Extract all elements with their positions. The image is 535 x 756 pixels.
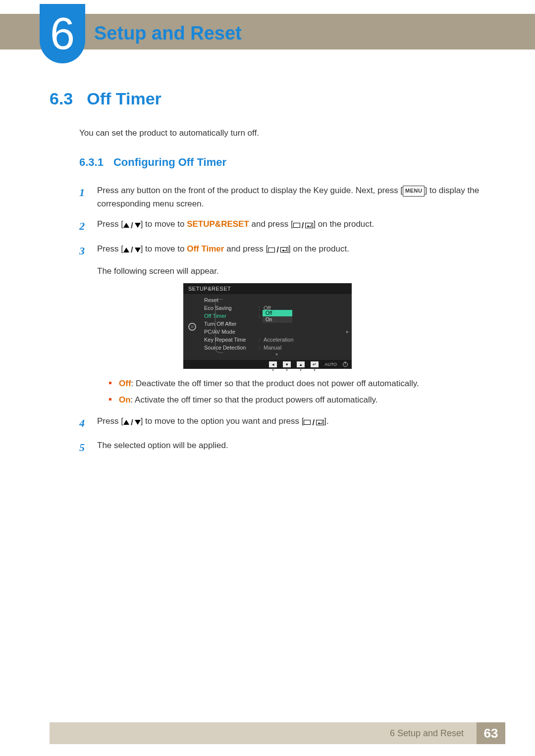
source-enter-icon: / xyxy=(293,219,314,232)
bullet-item: Off: Deactivate the off timer so that th… xyxy=(109,377,485,390)
rect-icon xyxy=(304,420,311,425)
osd-dropdown: Off On xyxy=(263,310,292,323)
step-body: The selected option will be applied. xyxy=(97,439,485,456)
text: Press any button on the front of the pro… xyxy=(97,186,403,195)
osd-footer: ◂ ▾ ▴ ↵ AUTO xyxy=(183,360,352,369)
step-body: Press [/] to move to the option you want… xyxy=(97,414,485,432)
triangle-up-icon xyxy=(123,223,129,228)
section-intro: You can set the product to automatically… xyxy=(79,128,485,138)
gear-icon xyxy=(188,323,196,331)
text: ] to move to xyxy=(141,244,187,253)
step-body: Press [/] to move to Off Timer and press… xyxy=(97,242,485,259)
text: and press [ xyxy=(249,219,293,229)
osd-item-value: Manual xyxy=(264,345,347,351)
rect-icon xyxy=(293,223,300,228)
bullet-text: : Deactivate the off timer so that the p… xyxy=(131,379,419,388)
chevron-right-icon: ▸ xyxy=(346,329,349,334)
step-number: 3 xyxy=(79,242,88,259)
subsection-number: 6.3.1 xyxy=(79,156,104,169)
triangle-up-icon xyxy=(123,248,129,252)
step-number: 5 xyxy=(79,439,88,456)
text: ]. xyxy=(324,416,328,426)
triangle-down-icon xyxy=(135,223,141,228)
chevron-down-icon: ▾ xyxy=(201,352,352,358)
osd-item-label: Eco Saving xyxy=(204,305,259,311)
source-enter-icon: / xyxy=(268,243,288,256)
bullet-label: Off xyxy=(119,379,131,388)
osd-dropdown-option: On xyxy=(263,316,292,323)
step-number: 1 xyxy=(79,184,88,210)
triangle-down-icon xyxy=(135,248,141,252)
highlight: Off Timer xyxy=(187,244,224,253)
step-body: Press any button on the front of the pro… xyxy=(97,184,485,210)
text: Press [ xyxy=(97,219,123,229)
chapter-number-tab: 6 xyxy=(40,4,85,63)
menu-button-icon: MENU xyxy=(403,186,425,197)
section-title: Off Timer xyxy=(87,89,161,108)
osd-item-label: Reset xyxy=(204,297,259,303)
bullet-item: On: Activate the off timer so that the p… xyxy=(109,393,485,406)
bracket-decor xyxy=(215,299,223,353)
source-enter-icon: / xyxy=(304,416,324,429)
osd-nav-down-icon: ▾ xyxy=(283,361,291,367)
osd-item-label: Source Detection xyxy=(204,345,259,351)
osd-item-label: PC/AV Mode xyxy=(204,329,259,335)
triangle-down-icon xyxy=(135,420,141,425)
osd-screenshot: SETUP&RESET Reset Eco Saving:Off Off Tim… xyxy=(183,283,352,369)
page-footer: 6 Setup and Reset 63 xyxy=(50,722,505,744)
osd-nav-back-icon: ◂ xyxy=(269,361,277,367)
step-number: 2 xyxy=(79,217,88,235)
up-down-icon: / xyxy=(123,243,141,256)
rect-icon xyxy=(268,248,275,252)
step-body: Press [/] to move to SETUP&RESET and pre… xyxy=(97,217,485,235)
footer-page-number: 63 xyxy=(477,722,505,744)
text: Press [ xyxy=(97,244,123,253)
subsection-title: Configuring Off Timer xyxy=(113,156,226,169)
osd-dropdown-option-selected: Off xyxy=(263,310,292,316)
text: ] to move to the option you want and pre… xyxy=(141,416,304,426)
text: and press [ xyxy=(224,244,268,253)
bullet-text: : Activate the off timer so that the pro… xyxy=(131,395,378,404)
text: ] on the product. xyxy=(288,244,349,253)
text: ] to move to xyxy=(141,219,187,229)
section-number: 6.3 xyxy=(50,89,73,108)
page-content: 6.3 Off Timer You can set the product to… xyxy=(50,89,485,463)
chapter-title: Setup and Reset xyxy=(94,23,242,44)
osd-menu-list: Reset Eco Saving:Off Off Timer: Turn Off… xyxy=(201,294,352,360)
step-number: 4 xyxy=(79,414,88,432)
bullet-label: On xyxy=(119,395,131,404)
osd-item-label: Turn Off After xyxy=(204,321,259,327)
power-icon xyxy=(343,362,348,367)
osd-title: SETUP&RESET xyxy=(183,283,352,294)
text: ] on the product. xyxy=(313,219,374,229)
footer-chapter-text: 6 Setup and Reset xyxy=(390,728,470,739)
osd-nav-enter-icon: ↵ xyxy=(311,361,319,367)
enter-icon xyxy=(316,420,324,425)
osd-nav-up-icon: ▴ xyxy=(297,361,305,367)
up-down-icon: / xyxy=(123,416,141,429)
osd-auto-label: AUTO xyxy=(324,362,337,367)
text: Press [ xyxy=(97,416,123,426)
enter-icon xyxy=(305,223,313,228)
triangle-up-icon xyxy=(123,420,129,425)
osd-item-value: Acceleration xyxy=(264,337,347,343)
step-note: The following screen will appear. xyxy=(97,266,485,276)
osd-item-label-active: Off Timer xyxy=(204,313,259,319)
enter-icon xyxy=(280,247,288,252)
highlight: SETUP&RESET xyxy=(187,219,249,229)
osd-item-label: Key Repeat Time xyxy=(204,337,259,343)
up-down-icon: / xyxy=(123,219,141,232)
